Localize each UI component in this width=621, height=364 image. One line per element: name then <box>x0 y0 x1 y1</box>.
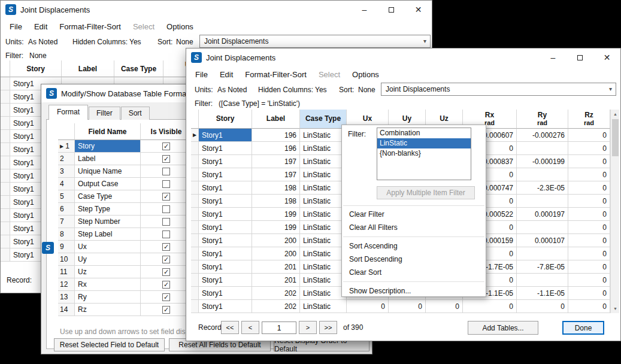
tab-format[interactable]: Format <box>49 105 88 120</box>
row-indicator <box>191 260 199 274</box>
column-header-rz[interactable]: Rzrad <box>568 110 610 129</box>
checkbox[interactable]: ✓ <box>162 193 170 201</box>
field-row[interactable]: 2Label✓ <box>58 153 192 165</box>
filter-list-item[interactable]: {Non-blanks} <box>377 148 471 159</box>
row-number: ▶1 <box>58 140 75 153</box>
field-row[interactable]: 8Step Label <box>58 228 192 241</box>
checkbox[interactable] <box>162 180 170 188</box>
field-grid: Field NameIs Visible▶1Story✓2Label✓3Uniq… <box>58 123 192 316</box>
field-row[interactable]: 10Uy✓ <box>58 253 192 266</box>
table-row[interactable]: Story1202LinStatic000000 <box>191 300 610 313</box>
cell: 0 <box>568 274 610 287</box>
field-row[interactable]: 3Unique Name <box>58 165 192 178</box>
menu-options[interactable]: Options <box>160 22 199 31</box>
close-icon[interactable]: ✕ <box>593 48 620 66</box>
row-number-header <box>58 123 75 140</box>
cell <box>517 274 568 287</box>
field-row[interactable]: 9Ux✓ <box>58 241 192 253</box>
add-tables-button[interactable]: Add Tables... <box>468 321 538 335</box>
field-row[interactable]: 4Output Case <box>58 178 192 190</box>
vertical-scrollbar[interactable]: ▲ ▼ <box>610 110 619 313</box>
menu-edit[interactable]: Edit <box>28 22 53 31</box>
close-icon[interactable]: ✕ <box>405 1 432 19</box>
tab-sort[interactable]: Sort <box>121 107 150 120</box>
tab-filter[interactable]: Filter <box>89 107 120 120</box>
record-number-input[interactable] <box>262 321 296 334</box>
record-prev-button[interactable]: < <box>241 321 259 334</box>
cell: LinStatic <box>300 208 347 221</box>
menu-command[interactable]: Sort Descending <box>342 253 486 266</box>
field-row[interactable]: 5Case Type✓ <box>58 190 192 203</box>
checkbox[interactable]: ✓ <box>162 281 170 289</box>
menu-file[interactable]: File <box>4 22 28 31</box>
checkbox[interactable] <box>162 205 170 213</box>
filter-value-listbox[interactable]: CombinationLinStatic{Non-blanks} <box>377 128 471 180</box>
checkbox[interactable]: ✓ <box>162 268 170 276</box>
caption-buttons: – ✕ <box>540 48 620 66</box>
column-header-label[interactable]: Label <box>252 110 300 129</box>
field-row[interactable]: 14Rz✓ <box>58 304 192 316</box>
maximize-icon[interactable] <box>378 1 405 19</box>
menu-format-filter-sort[interactable]: Format-Filter-Sort <box>239 70 313 79</box>
filter-list-item[interactable]: Combination <box>377 128 471 138</box>
record-last-button[interactable]: >> <box>319 321 337 334</box>
field-row[interactable]: 12Rx✓ <box>58 278 192 291</box>
column-header-name: Uy <box>402 115 411 123</box>
field-row[interactable]: ▶1Story✓ <box>58 140 192 153</box>
column-header: Story <box>10 60 62 77</box>
record-first-button[interactable]: << <box>221 321 239 334</box>
field-row[interactable]: 7Step Number <box>58 216 192 228</box>
minimize-icon[interactable]: – <box>540 48 567 66</box>
column-header-case-type[interactable]: Case Type <box>300 110 347 129</box>
minimize-icon[interactable]: – <box>351 1 378 19</box>
cell <box>1 196 10 209</box>
table-select-combo[interactable]: Joint Displacements ▾ <box>381 83 616 96</box>
scroll-down-icon[interactable]: ▼ <box>611 304 620 313</box>
filter-list-item[interactable]: LinStatic <box>377 138 471 148</box>
row-number: 12 <box>58 278 75 291</box>
done-button[interactable]: Done <box>562 321 604 335</box>
checkbox[interactable]: ✓ <box>162 243 170 251</box>
menu-edit[interactable]: Edit <box>214 70 239 79</box>
cell: LinStatic <box>300 274 347 287</box>
filter-label: Filter: <box>195 99 213 108</box>
menubar: File Edit Format-Filter-Sort Select Opti… <box>1 19 432 34</box>
menu-command[interactable]: Show Description... <box>342 284 486 298</box>
cell: 198 <box>252 181 300 195</box>
hidden-columns-label: Hidden Columns: <box>258 86 313 94</box>
menu-options[interactable]: Options <box>346 70 385 79</box>
checkbox[interactable]: ✓ <box>162 142 170 150</box>
titlebar[interactable]: S Joint Displacements – ✕ <box>186 48 620 66</box>
checkbox[interactable]: ✓ <box>162 293 170 301</box>
cell <box>1 183 10 196</box>
cell <box>517 142 568 155</box>
field-row[interactable]: 13Ry✓ <box>58 291 192 304</box>
menu-file[interactable]: File <box>189 70 214 79</box>
table-select-combo[interactable]: Joint Displacements ▾ <box>199 35 431 48</box>
scrollbar-thumb[interactable] <box>612 119 619 156</box>
cell: 196 <box>252 142 300 155</box>
menu-command[interactable]: Clear All Filters <box>342 221 486 234</box>
checkbox[interactable] <box>162 218 170 226</box>
titlebar[interactable]: S Joint Displacements – ✕ <box>1 1 432 19</box>
menu-command[interactable]: Clear Sort <box>342 266 486 279</box>
checkbox[interactable]: ✓ <box>162 256 170 263</box>
cell <box>1 209 10 222</box>
checkbox[interactable] <box>162 230 170 238</box>
menu-command[interactable]: Clear Filter <box>342 208 486 221</box>
record-next-button[interactable]: > <box>299 321 317 334</box>
dialog-title: Modify/Show Database Table Format - J <box>61 89 199 98</box>
menu-command[interactable]: Sort Ascending <box>342 239 486 253</box>
menu-format-filter-sort[interactable]: Format-Filter-Sort <box>53 22 127 31</box>
checkbox[interactable]: ✓ <box>162 155 170 163</box>
reset-selected-field-button[interactable]: Reset Selected Field to Default <box>54 338 165 351</box>
maximize-icon[interactable] <box>567 48 593 66</box>
checkbox[interactable] <box>162 168 170 175</box>
scroll-up-icon[interactable]: ▲ <box>611 110 620 119</box>
row-number: 5 <box>58 190 75 203</box>
column-header-story[interactable]: Story <box>199 110 252 129</box>
column-header-ry[interactable]: Ryrad <box>517 110 568 129</box>
checkbox[interactable]: ✓ <box>162 306 170 314</box>
field-row[interactable]: 6Step Type <box>58 203 192 216</box>
field-row[interactable]: 11Uz✓ <box>58 266 192 278</box>
